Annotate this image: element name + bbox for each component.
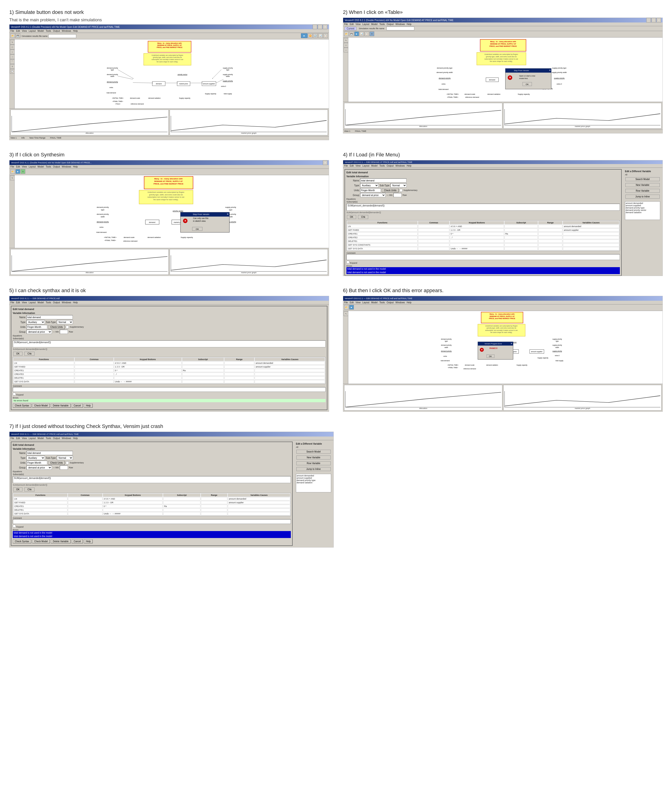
var-list-item[interactable]: demand priority type (626, 207, 659, 209)
ev7-expand[interactable] (13, 525, 16, 528)
m7-layout[interactable]: Layout (29, 437, 36, 439)
ev5-ok-btn[interactable]: OK (13, 352, 22, 356)
menu-output-2[interactable]: Output (387, 23, 394, 25)
m7-model[interactable]: Model (38, 437, 44, 439)
ev7-select-subtype[interactable]: Normal (57, 456, 73, 460)
menu-tools-2[interactable]: Tools (379, 23, 384, 25)
ev7-var-list-item[interactable]: demand priority type (297, 479, 330, 482)
ev5-chk-btn[interactable]: Chk (24, 352, 34, 356)
menu-model-3[interactable]: Model (38, 166, 44, 168)
menu-output-1[interactable]: Output (53, 30, 60, 32)
toolbar-btn-4[interactable]: 📊 (318, 33, 323, 38)
menu-windows-3[interactable]: Windows (62, 166, 71, 168)
ev7-input-units[interactable] (27, 461, 47, 465)
ev5-menu-model[interactable]: Model (38, 301, 44, 304)
maximize-btn-1[interactable]: □ (318, 25, 322, 29)
m7-tools[interactable]: Tools (46, 437, 51, 439)
m6-layout[interactable]: Layout (363, 301, 369, 304)
menu-help-2[interactable]: Help (407, 23, 411, 25)
tb2-btn2[interactable]: 💾 (349, 31, 354, 36)
ev7-row-variable-btn[interactable]: Row Variable (296, 461, 331, 465)
menu-view-1[interactable]: View (22, 30, 27, 32)
ev5-select-group[interactable]: demand at price (27, 330, 52, 334)
sim-results-input-2[interactable] (386, 27, 414, 30)
search-model-btn[interactable]: Search Model (625, 177, 660, 181)
tb2-btn1[interactable]: 📂 (344, 31, 349, 36)
select-group[interactable]: demand at price (360, 193, 386, 197)
ev5-comment-box[interactable] (13, 387, 325, 392)
ev7-select-group[interactable]: demand at price (27, 466, 52, 470)
ev7-check-syntax-btn[interactable]: Check Syntax (13, 539, 31, 543)
chk-btn[interactable]: Chk (358, 215, 368, 219)
ev7-chk-btn[interactable]: Chk (24, 488, 34, 491)
ev7-input-min[interactable] (60, 466, 68, 470)
tb6-btn1[interactable]: 📂 (344, 305, 349, 310)
ev5-input-name[interactable] (27, 315, 73, 319)
menu-output-3[interactable]: Output (53, 166, 60, 168)
select-subtype[interactable]: Normal Supplementary (391, 183, 407, 188)
jump-to-inline-btn[interactable]: Jump to Inline (625, 195, 660, 199)
m6-model[interactable]: Model (371, 301, 377, 304)
left-btn-circle[interactable]: ○ (10, 50, 15, 54)
menu-windows-2[interactable]: Windows (395, 23, 405, 25)
tb2-simulate[interactable]: ▶ (354, 31, 359, 36)
ev7-var-list-item[interactable]: demand satiation (297, 482, 330, 484)
left2-btn1[interactable]: ↖ (344, 38, 348, 43)
minimize-btn-1[interactable]: _ (313, 25, 317, 29)
m7-output[interactable]: Output (53, 437, 60, 439)
menu-model-2[interactable]: Model (371, 23, 377, 25)
toolbar-btn-3[interactable]: 🔄 (313, 33, 318, 38)
menu-help-1[interactable]: Help (73, 30, 78, 32)
expand-checkbox[interactable] (347, 261, 349, 264)
ev5-select-type[interactable]: Auxiliary (27, 320, 45, 324)
m7-windows[interactable]: Windows (62, 437, 71, 439)
menu-tools-3[interactable]: Tools (46, 166, 51, 168)
menu-edit-1[interactable]: Edit (16, 30, 20, 32)
toolbar-open-1[interactable]: 📂 (11, 33, 15, 38)
delete-variable-btn[interactable]: Delete Variable (51, 403, 71, 408)
menu-model-1[interactable]: Model (38, 30, 44, 32)
check-units-btn-7[interactable]: Check Units (48, 461, 65, 465)
ev5-input-units[interactable] (27, 325, 47, 329)
sim-results-input[interactable] (48, 34, 76, 38)
m7-file[interactable]: File (11, 437, 14, 439)
left3-btn1[interactable]: ↖ (10, 176, 15, 180)
tb3-btn1[interactable]: 📂 (11, 169, 15, 174)
menu-edit-2[interactable]: Edit (350, 23, 353, 25)
close-btn-2[interactable]: ✕ (656, 18, 661, 22)
ok-btn[interactable]: OK (347, 215, 356, 219)
left2-btn3[interactable]: ○ (344, 48, 348, 52)
m6-view[interactable]: View (355, 301, 361, 304)
m6-edit[interactable]: Edit (350, 301, 353, 304)
ev5-supplementary[interactable] (66, 325, 69, 328)
m7-view[interactable]: View (22, 437, 27, 439)
var-list-item[interactable]: demand satiation (626, 211, 659, 214)
ev5-menu-layout[interactable]: Layout (29, 301, 36, 304)
ev7-new-variable-btn[interactable]: New Variable (296, 455, 331, 460)
ev-menu-help[interactable]: Help (407, 164, 411, 167)
ev5-menu-output[interactable]: Output (53, 301, 60, 304)
left2-btn2[interactable]: □ (344, 43, 348, 47)
ev-menu-file[interactable]: File (344, 164, 348, 167)
left-btn-text[interactable]: T (10, 64, 15, 69)
help-btn-5[interactable]: Help (84, 403, 93, 408)
ev7-help-btn[interactable]: Help (84, 539, 93, 543)
ev7-comment-box[interactable] (13, 519, 291, 524)
menu-layout-2[interactable]: Layout (363, 23, 369, 25)
m6-file[interactable]: File (344, 301, 348, 304)
left-btn-arrow[interactable]: ↖ (10, 40, 15, 44)
ev5-input-min[interactable] (60, 330, 68, 334)
ev7-var-list-item[interactable]: amount supplied (297, 477, 330, 479)
ev5-expand[interactable] (13, 392, 16, 396)
check-model-btn[interactable]: Check Model (32, 403, 50, 408)
ev-menu-edit[interactable]: Edit (350, 164, 353, 167)
select-type[interactable]: Auxiliary Level Constant (360, 183, 379, 188)
ev7-ok-btn[interactable]: OK (13, 488, 22, 491)
left-btn-arrow2[interactable]: → (10, 55, 15, 59)
left6-btn1[interactable]: ↖ (344, 311, 348, 316)
minimize-btn-2[interactable]: _ (646, 18, 651, 22)
m6-tools[interactable]: Tools (379, 301, 384, 304)
ev-menu-windows[interactable]: Windows (395, 164, 405, 167)
input-units[interactable] (360, 188, 381, 192)
ev5-select-subtype[interactable]: Normal (57, 320, 73, 324)
